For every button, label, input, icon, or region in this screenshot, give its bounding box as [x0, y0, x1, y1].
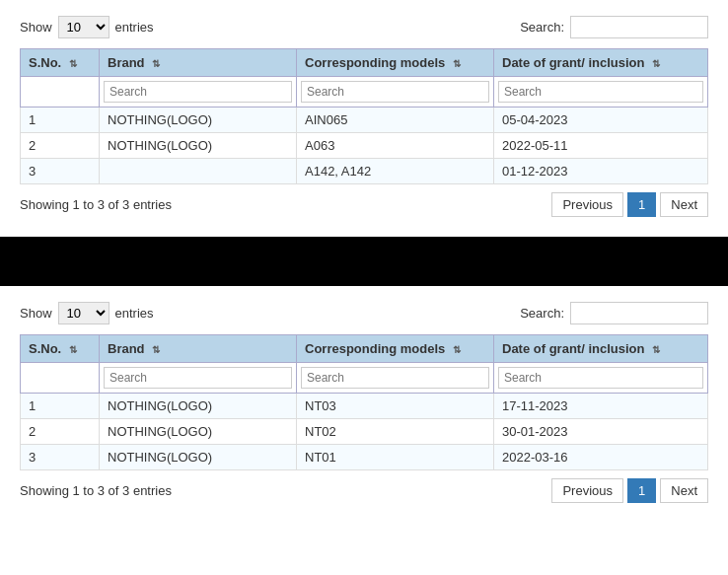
sort-icon-models: ⇅	[453, 58, 461, 69]
table2-search-label: Search:	[520, 306, 564, 321]
table1-cell-brand: NOTHING(LOGO)	[100, 133, 297, 159]
table2-next-button[interactable]: Next	[660, 478, 708, 503]
show-label-2: Show	[20, 306, 52, 321]
section-table1: Show 10 25 50 100 entries Search: S.No. …	[0, 0, 728, 237]
table1-pagination: Previous 1 Next	[551, 192, 708, 217]
table1-filter-row	[21, 77, 708, 108]
table1-cell-date: 05-04-2023	[494, 108, 708, 133]
table2-col-date[interactable]: Date of grant/ inclusion ⇅	[494, 335, 708, 363]
table1-row: 3A142, A14201-12-2023	[21, 159, 708, 184]
table1-search-label: Search:	[520, 20, 564, 35]
table2-models-filter-input[interactable]	[301, 367, 489, 389]
sort-icon-date-2: ⇅	[652, 344, 660, 355]
table2-search-control: Search:	[520, 302, 708, 324]
table2-cell-sno: 1	[21, 394, 100, 419]
table1-date-filter-input[interactable]	[498, 81, 703, 103]
table2-date-filter-input[interactable]	[498, 367, 703, 389]
table1-col-date[interactable]: Date of grant/ inclusion ⇅	[494, 49, 708, 77]
table2-cell-sno: 2	[21, 419, 100, 445]
table1-body: 1NOTHING(LOGO)AIN06505-04-20232NOTHING(L…	[21, 108, 708, 184]
table2-entries-select[interactable]: 10 25 50 100	[58, 302, 109, 324]
table1-col-brand[interactable]: Brand ⇅	[100, 49, 297, 77]
table1-brand-filter-input[interactable]	[104, 81, 292, 103]
table1-page-1-button[interactable]: 1	[627, 192, 656, 217]
table1-cell-brand: NOTHING(LOGO)	[100, 108, 297, 133]
table2-show-entries: Show 10 25 50 100 entries	[20, 302, 154, 324]
table1-cell-models: A063	[297, 133, 494, 159]
table2: S.No. ⇅ Brand ⇅ Corresponding models ⇅ D…	[20, 334, 708, 470]
table1-next-button[interactable]: Next	[660, 192, 708, 217]
table2-col-brand[interactable]: Brand ⇅	[100, 335, 297, 363]
table1-cell-date: 2022-05-11	[494, 133, 708, 159]
sort-icon-sno: ⇅	[69, 58, 77, 69]
table2-page-1-button[interactable]: 1	[627, 478, 656, 503]
table2-controls: Show 10 25 50 100 entries Search:	[20, 302, 708, 324]
table1-row: 2NOTHING(LOGO)A0632022-05-11	[21, 133, 708, 159]
table2-col-models[interactable]: Corresponding models ⇅	[297, 335, 494, 363]
table1-cell-brand	[100, 159, 297, 184]
table2-cell-sno: 3	[21, 445, 100, 470]
table1-cell-models: A142, A142	[297, 159, 494, 184]
table2-filter-models	[297, 363, 494, 394]
table2-cell-brand: NOTHING(LOGO)	[100, 419, 297, 445]
table1-search-input[interactable]	[570, 16, 708, 38]
table1-prev-button[interactable]: Previous	[551, 192, 623, 217]
table2-cell-models: NT03	[297, 394, 494, 419]
entries-label: entries	[115, 20, 154, 35]
table2-footer: Showing 1 to 3 of 3 entries Previous 1 N…	[20, 478, 708, 503]
table2-filter-sno	[21, 363, 100, 394]
table1-filter-models	[297, 77, 494, 108]
table2-pagination: Previous 1 Next	[551, 478, 708, 503]
table1-controls: Show 10 25 50 100 entries Search:	[20, 16, 708, 38]
sort-icon-date: ⇅	[652, 58, 660, 69]
table2-cell-brand: NOTHING(LOGO)	[100, 394, 297, 419]
table2-cell-models: NT01	[297, 445, 494, 470]
table2-header-row: S.No. ⇅ Brand ⇅ Corresponding models ⇅ D…	[21, 335, 708, 363]
table2-filter-row	[21, 363, 708, 394]
section-divider	[0, 237, 728, 286]
sort-icon-models-2: ⇅	[453, 344, 461, 355]
sort-icon-sno-2: ⇅	[69, 344, 77, 355]
show-label: Show	[20, 20, 52, 35]
table1-search-control: Search:	[520, 16, 708, 38]
table1-cell-models: AIN065	[297, 108, 494, 133]
table1-filter-sno	[21, 77, 100, 108]
table2-showing-text: Showing 1 to 3 of 3 entries	[20, 483, 172, 498]
sort-icon-brand: ⇅	[152, 58, 160, 69]
table2-brand-filter-input[interactable]	[104, 367, 292, 389]
table1-models-filter-input[interactable]	[301, 81, 489, 103]
table2-filter-brand	[100, 363, 297, 394]
table2-body: 1NOTHING(LOGO)NT0317-11-20232NOTHING(LOG…	[21, 394, 708, 470]
table1-filter-date	[494, 77, 708, 108]
table1-filter-brand	[100, 77, 297, 108]
table1-cell-sno: 3	[21, 159, 100, 184]
sort-icon-brand-2: ⇅	[152, 344, 160, 355]
entries-label-2: entries	[115, 306, 154, 321]
section-table2: Show 10 25 50 100 entries Search: S.No. …	[0, 286, 728, 523]
table1-cell-sno: 2	[21, 133, 100, 159]
table2-search-input[interactable]	[570, 302, 708, 324]
table1-col-models[interactable]: Corresponding models ⇅	[297, 49, 494, 77]
table2-cell-date: 30-01-2023	[494, 419, 708, 445]
table1-col-sno[interactable]: S.No. ⇅	[21, 49, 100, 77]
table2-cell-date: 2022-03-16	[494, 445, 708, 470]
table2-cell-models: NT02	[297, 419, 494, 445]
table1-header-row: S.No. ⇅ Brand ⇅ Corresponding models ⇅ D…	[21, 49, 708, 77]
table2-col-sno[interactable]: S.No. ⇅	[21, 335, 100, 363]
table2-cell-date: 17-11-2023	[494, 394, 708, 419]
table1-entries-select[interactable]: 10 25 50 100	[58, 16, 109, 38]
table1: S.No. ⇅ Brand ⇅ Corresponding models ⇅ D…	[20, 48, 708, 184]
table1-footer: Showing 1 to 3 of 3 entries Previous 1 N…	[20, 192, 708, 217]
table2-prev-button[interactable]: Previous	[551, 478, 623, 503]
table1-cell-date: 01-12-2023	[494, 159, 708, 184]
table1-row: 1NOTHING(LOGO)AIN06505-04-2023	[21, 108, 708, 133]
table2-cell-brand: NOTHING(LOGO)	[100, 445, 297, 470]
table2-row: 2NOTHING(LOGO)NT0230-01-2023	[21, 419, 708, 445]
table1-cell-sno: 1	[21, 108, 100, 133]
table2-filter-date	[494, 363, 708, 394]
table1-showing-text: Showing 1 to 3 of 3 entries	[20, 197, 172, 212]
table1-show-entries: Show 10 25 50 100 entries	[20, 16, 154, 38]
table2-row: 1NOTHING(LOGO)NT0317-11-2023	[21, 394, 708, 419]
table2-row: 3NOTHING(LOGO)NT012022-03-16	[21, 445, 708, 470]
